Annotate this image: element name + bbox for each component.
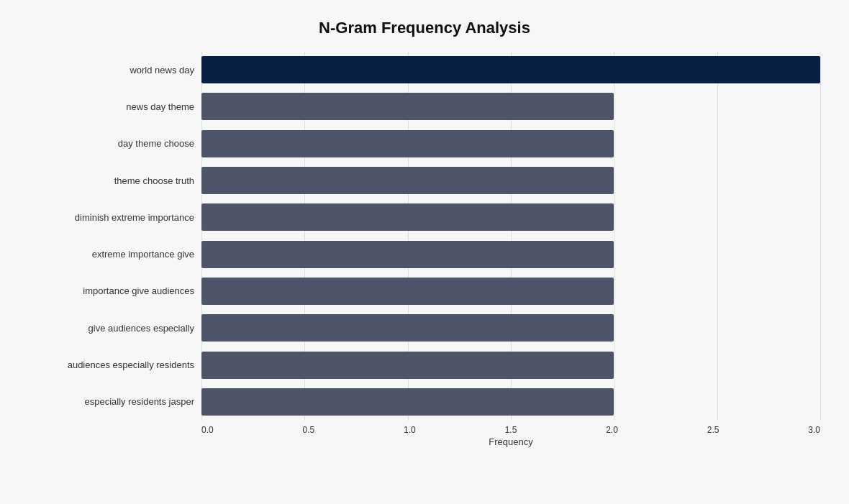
bar — [201, 352, 614, 379]
x-tick: 2.5 — [707, 425, 719, 435]
bar-row — [201, 236, 820, 272]
y-label: importance give audiences — [29, 272, 194, 309]
bar-row — [201, 125, 820, 162]
y-label: theme choose truth — [29, 162, 194, 198]
bar — [201, 167, 614, 194]
y-label: give audiences especially — [29, 310, 194, 347]
bar — [201, 203, 614, 231]
bar-row — [201, 162, 820, 198]
y-label: day theme choose — [29, 125, 194, 162]
y-label: world news day — [29, 52, 194, 88]
bar-row — [201, 88, 820, 125]
y-labels: world news daynews day themeday theme ch… — [29, 52, 201, 421]
bar — [201, 388, 614, 416]
y-label: diminish extreme importance — [29, 199, 194, 236]
y-label: extreme importance give — [29, 236, 194, 272]
bar — [201, 93, 614, 120]
x-tick: 0.5 — [303, 425, 315, 435]
x-tick: 3.0 — [808, 425, 820, 435]
bar — [201, 278, 614, 305]
y-label: audiences especially residents — [29, 347, 194, 383]
bar — [201, 314, 614, 342]
bars-plot — [201, 52, 820, 421]
x-axis: 0.00.51.01.52.02.53.0 — [201, 421, 820, 435]
grid-line — [820, 52, 821, 421]
chart-container: N-Gram Frequency Analysis world news day… — [14, 4, 835, 500]
bar-row — [201, 347, 820, 383]
bar — [201, 130, 614, 157]
bar-row — [201, 310, 820, 347]
chart-area: world news daynews day themeday theme ch… — [29, 52, 820, 447]
x-tick: 1.5 — [505, 425, 517, 435]
bar — [201, 56, 820, 83]
bar-row — [201, 52, 820, 88]
chart-title: N-Gram Frequency Analysis — [29, 19, 820, 37]
y-label: news day theme — [29, 88, 194, 125]
x-tick: 2.0 — [606, 425, 618, 435]
x-tick: 1.0 — [404, 425, 416, 435]
bar-row — [201, 199, 820, 236]
bars-section: world news daynews day themeday theme ch… — [29, 52, 820, 421]
y-label: especially residents jasper — [29, 383, 194, 420]
x-axis-label: Frequency — [201, 436, 820, 447]
bar-row — [201, 272, 820, 309]
x-tick: 0.0 — [201, 425, 214, 435]
bar — [201, 241, 614, 268]
bar-row — [201, 383, 820, 420]
